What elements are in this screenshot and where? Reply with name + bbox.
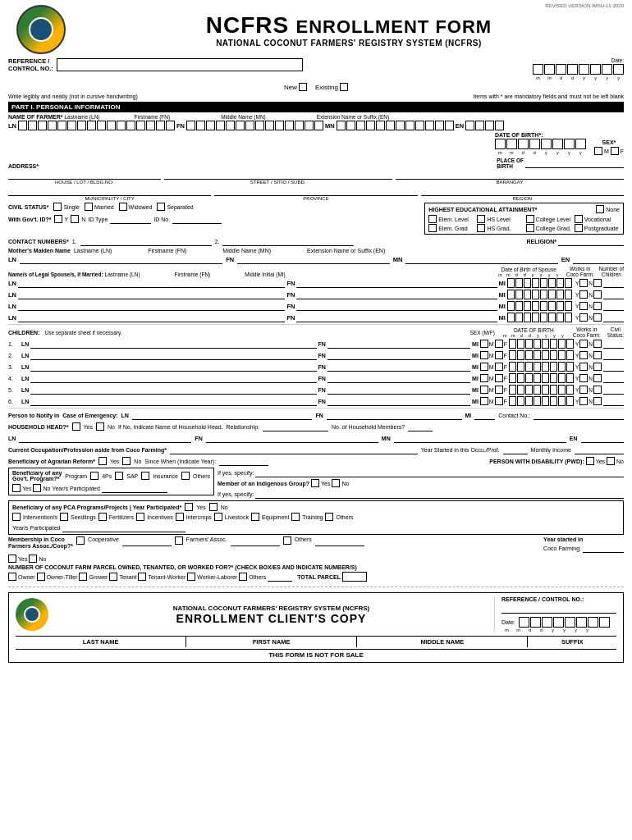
- sp1-dob-7[interactable]: [556, 278, 564, 288]
- fn-box-4[interactable]: [216, 121, 225, 130]
- pca-year-input[interactable]: [62, 523, 185, 532]
- ln-box-9[interactable]: [97, 121, 106, 130]
- child-1-civil[interactable]: [603, 339, 624, 349]
- child-2-fn-input[interactable]: [327, 350, 470, 360]
- fn-box-8[interactable]: [255, 121, 264, 130]
- membership-yes-box[interactable]: [8, 555, 16, 563]
- fn-box-10[interactable]: [275, 121, 284, 130]
- married-checkbox[interactable]: [85, 203, 93, 211]
- date-box-3[interactable]: [556, 64, 566, 75]
- sp2-dob-3[interactable]: [524, 290, 531, 299]
- sp2-dob-7[interactable]: [556, 290, 564, 299]
- c2-m[interactable]: [480, 351, 488, 359]
- date-box-4[interactable]: [567, 64, 578, 75]
- ln-box-11[interactable]: [117, 121, 126, 130]
- ln-box-3[interactable]: [38, 121, 47, 130]
- sp2-dob-4[interactable]: [532, 290, 539, 299]
- single-checkbox[interactable]: [53, 203, 62, 211]
- sp1-dob-3[interactable]: [524, 278, 531, 288]
- house-input[interactable]: [8, 170, 161, 180]
- sp4-dob-8[interactable]: [565, 313, 572, 322]
- sp1-dob-1[interactable]: [507, 278, 515, 288]
- pca-livestock-box[interactable]: [214, 513, 222, 521]
- fn-box-5[interactable]: [226, 121, 235, 130]
- sp2-dob-8[interactable]: [565, 290, 572, 299]
- pwd-no-box[interactable]: [607, 457, 615, 465]
- date-box-2[interactable]: [544, 64, 555, 75]
- new-checkbox[interactable]: [299, 83, 307, 91]
- sp4-children-input[interactable]: [603, 313, 624, 322]
- elem-grad-checkbox[interactable]: [428, 224, 437, 232]
- sp1-dob-6[interactable]: [548, 278, 556, 288]
- date-box-8[interactable]: [613, 64, 624, 75]
- sp1-n-checkbox[interactable]: [593, 279, 602, 287]
- date-box-6[interactable]: [590, 64, 601, 75]
- province-input[interactable]: [214, 186, 417, 196]
- client-date-3[interactable]: [542, 617, 552, 628]
- dob-box-5[interactable]: [541, 139, 552, 149]
- ln-box-2[interactable]: [28, 121, 37, 130]
- contact-1-input[interactable]: [80, 236, 212, 246]
- contact-2-input[interactable]: [222, 236, 354, 246]
- notify-fn-input[interactable]: [327, 410, 462, 420]
- gov-no-box[interactable]: [33, 484, 41, 492]
- sp2-ln-input[interactable]: [18, 290, 285, 299]
- sp1-dob-4[interactable]: [532, 278, 539, 288]
- sp3-dob-2[interactable]: [515, 301, 523, 311]
- gov-year-input[interactable]: [102, 483, 167, 493]
- mn-box-1[interactable]: [337, 121, 346, 130]
- en-box-3[interactable]: [485, 121, 494, 130]
- mothers-fn-input[interactable]: [237, 254, 389, 264]
- fn-box-3[interactable]: [206, 121, 215, 130]
- dob-box-8[interactable]: [575, 139, 586, 149]
- college-grad-checkbox[interactable]: [526, 224, 534, 232]
- sp2-n-checkbox[interactable]: [593, 290, 602, 299]
- postgrad-checkbox[interactable]: [575, 224, 583, 232]
- grower-box[interactable]: [79, 573, 87, 581]
- gov-insurance-box[interactable]: [141, 472, 149, 480]
- client-date-1[interactable]: [519, 617, 529, 628]
- fn-box-2[interactable]: [196, 121, 205, 130]
- gov-4ps-box[interactable]: [90, 472, 98, 480]
- sp1-y-checkbox[interactable]: [579, 279, 588, 287]
- widowed-checkbox[interactable]: [119, 203, 127, 211]
- hh-ln-input[interactable]: [19, 433, 191, 443]
- household-yes-box[interactable]: [72, 422, 80, 431]
- fn-box-13[interactable]: [305, 121, 314, 130]
- sp3-children-input[interactable]: [603, 301, 624, 311]
- pca-yes-box[interactable]: [185, 503, 193, 511]
- en-box-1[interactable]: [465, 121, 474, 130]
- farmers-assoc-input[interactable]: [231, 536, 280, 546]
- mothers-en-input[interactable]: [573, 254, 624, 264]
- child-2-ln-input[interactable]: [30, 350, 316, 360]
- ln-box-13[interactable]: [136, 121, 145, 130]
- year-coco-input[interactable]: [583, 543, 624, 553]
- child-1-ln-input[interactable]: [30, 339, 316, 349]
- sp3-dob-1[interactable]: [507, 301, 515, 311]
- monthly-income-input[interactable]: [575, 445, 624, 454]
- sp4-y-checkbox[interactable]: [579, 313, 588, 322]
- existing-checkbox[interactable]: [340, 83, 348, 91]
- idno-input[interactable]: [172, 214, 222, 224]
- dob-box-2[interactable]: [506, 139, 517, 149]
- c1-y-box[interactable]: [579, 340, 588, 348]
- sp4-n-checkbox[interactable]: [593, 313, 602, 322]
- mn-box-7[interactable]: [396, 121, 405, 130]
- sex-m-checkbox[interactable]: [594, 147, 602, 155]
- c1d6[interactable]: [550, 339, 557, 349]
- c2-f[interactable]: [495, 351, 503, 359]
- date-box-1[interactable]: [533, 64, 543, 75]
- sp2-dob-5[interactable]: [540, 290, 547, 299]
- separated-checkbox[interactable]: [157, 203, 165, 211]
- sp2-children-input[interactable]: [603, 290, 624, 299]
- sp1-dob-8[interactable]: [565, 278, 572, 288]
- c1d7[interactable]: [558, 339, 566, 349]
- agrarian-no-box[interactable]: [122, 457, 131, 465]
- sp3-dob-7[interactable]: [556, 301, 564, 311]
- pwd-yes-box[interactable]: [586, 457, 594, 465]
- indigenous-no-box[interactable]: [332, 479, 340, 487]
- hs-level-checkbox[interactable]: [477, 215, 485, 223]
- ln-box-6[interactable]: [67, 121, 76, 130]
- hh-fn-input[interactable]: [206, 433, 378, 443]
- gov-yes-box[interactable]: [12, 484, 21, 492]
